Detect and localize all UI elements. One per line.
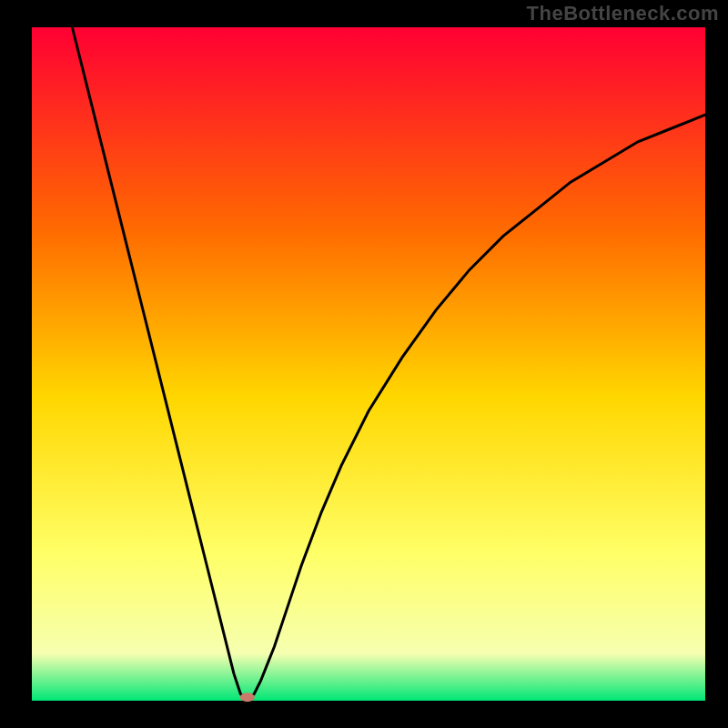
plot-area (32, 27, 705, 701)
bottleneck-chart (0, 0, 728, 728)
min-marker (240, 693, 255, 702)
chart-container: TheBottleneck.com (0, 0, 728, 728)
attribution-text: TheBottleneck.com (527, 2, 719, 25)
